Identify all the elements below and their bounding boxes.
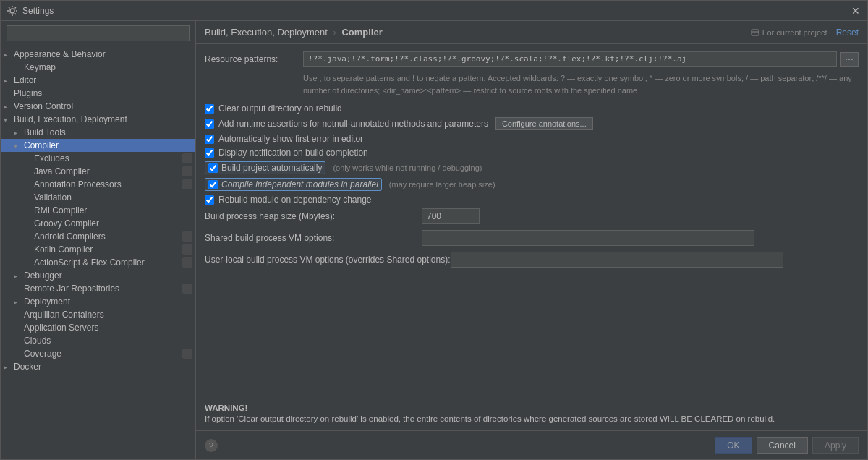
warning-box: WARNING! If option 'Clear output directo… xyxy=(196,396,867,430)
sidebar-item-actionscript-flex-compiler[interactable]: ActionScript & Flex Compiler xyxy=(1,256,195,269)
svg-point-0 xyxy=(10,9,14,13)
checkbox-clear-output[interactable] xyxy=(205,104,214,114)
checkbox-display-notification[interactable] xyxy=(205,148,214,158)
resource-label: Resource patterns: xyxy=(205,54,299,64)
sidebar-item-application-servers[interactable]: Application Servers xyxy=(1,321,195,334)
checkbox-rebuild-module[interactable] xyxy=(205,195,214,205)
search-input[interactable] xyxy=(7,25,190,41)
for-project-label: For current project xyxy=(751,28,827,37)
breadcrumb-prefix: Build, Execution, Deployment xyxy=(205,27,328,38)
field-label-heap-size: Build process heap size (Mbytes): xyxy=(205,211,422,221)
checkbox-note-build-project-auto: (only works while not running / debuggin… xyxy=(333,163,482,172)
resource-expand-button[interactable]: ⋯ xyxy=(840,52,859,67)
help-icon[interactable]: ? xyxy=(205,439,218,452)
project-icon xyxy=(751,28,760,37)
sidebar-item-label: Keymap xyxy=(24,62,192,72)
sidebar-item-version-control[interactable]: ▸Version Control xyxy=(1,100,195,113)
sidebar-item-label: Java Compiler xyxy=(34,166,179,176)
sidebar-item-annotation-processors[interactable]: Annotation Processors xyxy=(1,178,195,191)
sidebar-item-rmi-compiler[interactable]: RMI Compiler xyxy=(1,204,195,217)
checkbox-label-compile-independent: Compile independent modules in parallel xyxy=(221,179,378,189)
sidebar-item-label: Build, Execution, Deployment xyxy=(14,114,192,124)
sidebar-item-editor[interactable]: ▸Editor xyxy=(1,74,195,87)
sidebar-item-validation[interactable]: Validation xyxy=(1,191,195,204)
window-title: Settings xyxy=(22,6,850,16)
checkbox-note-compile-independent: (may require larger heap size) xyxy=(389,180,495,189)
arrow-icon: ▸ xyxy=(4,363,14,371)
warning-title: WARNING! xyxy=(205,404,859,412)
sidebar-tree: ▸Appearance & BehaviorKeymap▸EditorPlugi… xyxy=(1,46,195,459)
sidebar-item-label: Groovy Compiler xyxy=(34,218,192,229)
sidebar-item-label: Appearance & Behavior xyxy=(14,49,192,59)
field-input-heap-size[interactable] xyxy=(422,208,480,224)
cancel-button[interactable]: Cancel xyxy=(757,437,808,454)
config-icon xyxy=(182,179,192,189)
sidebar-item-clouds[interactable]: Clouds xyxy=(1,334,195,347)
sidebar-item-remote-jar-repositories[interactable]: Remote Jar Repositories xyxy=(1,282,195,295)
checkbox-show-first-error[interactable] xyxy=(205,135,214,144)
field-row-shared-vm: Shared build process VM options: xyxy=(205,230,859,246)
sidebar-item-plugins[interactable]: Plugins xyxy=(1,87,195,100)
checkbox-label-show-first-error: Automatically show first error in editor xyxy=(218,134,363,144)
sidebar-item-deployment[interactable]: ▸Deployment xyxy=(1,295,195,308)
title-bar: Settings ✕ xyxy=(1,1,867,21)
main-header: Build, Execution, Deployment › Compiler … xyxy=(196,21,867,44)
sidebar-item-excludes[interactable]: Excludes xyxy=(1,152,195,165)
arrow-icon: ▸ xyxy=(14,298,24,306)
sidebar-item-label: Remote Jar Repositories xyxy=(24,284,179,294)
ok-button[interactable]: OK xyxy=(715,437,752,454)
sidebar-item-arquillian-containers[interactable]: Arquillian Containers xyxy=(1,308,195,321)
sidebar-item-appearance-behavior[interactable]: ▸Appearance & Behavior xyxy=(1,48,195,61)
field-input-shared-vm[interactable] xyxy=(422,230,754,246)
config-icon xyxy=(182,166,192,176)
sidebar-item-compiler[interactable]: ▾Compiler xyxy=(1,139,195,152)
sidebar-item-groovy-compiler[interactable]: Groovy Compiler xyxy=(1,217,195,230)
checkbox-compile-independent[interactable] xyxy=(208,180,218,189)
sidebar-item-java-compiler[interactable]: Java Compiler xyxy=(1,165,195,178)
resource-input[interactable] xyxy=(303,51,837,67)
configure-annotations-button[interactable]: Configure annotations... xyxy=(495,117,593,130)
config-icon xyxy=(182,257,192,268)
sidebar-item-label: RMI Compiler xyxy=(34,205,192,216)
sidebar-item-coverage[interactable]: Coverage xyxy=(1,347,195,360)
config-icon xyxy=(182,284,192,294)
config-icon xyxy=(182,231,192,242)
sidebar-item-label: Version Control xyxy=(14,101,192,111)
sidebar-item-kotlin-compiler[interactable]: Kotlin Compiler xyxy=(1,243,195,256)
reset-button[interactable]: Reset xyxy=(836,27,859,38)
checkboxes-container: Clear output directory on rebuildAdd run… xyxy=(205,103,859,205)
arrow-icon: ▾ xyxy=(14,142,24,150)
sidebar-item-label: Validation xyxy=(34,192,192,203)
svg-rect-1 xyxy=(752,30,759,35)
header-right: For current project Reset xyxy=(751,27,859,38)
sidebar-item-label: Android Compilers xyxy=(34,231,179,242)
sidebar-item-build-execution-deployment[interactable]: ▾Build, Execution, Deployment xyxy=(1,113,195,126)
sidebar-item-label: Coverage xyxy=(24,349,179,359)
sidebar-item-label: Debugger xyxy=(24,271,192,281)
field-row-user-local-vm: User-local build process VM options (ove… xyxy=(205,252,859,268)
close-button[interactable]: ✕ xyxy=(850,5,861,17)
arrow-icon: ▸ xyxy=(4,103,14,111)
sidebar-item-label: Compiler xyxy=(24,140,192,150)
sidebar: ▸Appearance & BehaviorKeymap▸EditorPlugi… xyxy=(1,21,196,459)
sidebar-item-label: Editor xyxy=(14,75,192,85)
sidebar-item-docker[interactable]: ▸Docker xyxy=(1,360,195,373)
sidebar-item-debugger[interactable]: ▸Debugger xyxy=(1,269,195,282)
checkbox-row-add-runtime-assertions: Add runtime assertions for notnull-annot… xyxy=(205,117,859,130)
checkbox-row-rebuild-module: Rebuild module on dependency change xyxy=(205,195,859,205)
sidebar-item-label: Deployment xyxy=(24,297,192,307)
sidebar-item-build-tools[interactable]: ▸Build Tools xyxy=(1,126,195,139)
checkbox-build-project-auto[interactable] xyxy=(208,163,218,173)
sidebar-item-label: Excludes xyxy=(34,153,179,163)
sidebar-item-label: Kotlin Compiler xyxy=(34,244,179,255)
sidebar-item-label: Application Servers xyxy=(24,323,192,333)
warning-text: If option 'Clear output directory on reb… xyxy=(205,414,859,423)
field-input-user-local-vm[interactable] xyxy=(451,252,783,268)
apply-button[interactable]: Apply xyxy=(812,437,859,454)
arrow-icon: ▸ xyxy=(4,51,14,59)
checkbox-add-runtime-assertions[interactable] xyxy=(205,119,214,129)
breadcrumb-separator: › xyxy=(333,27,339,38)
sidebar-item-keymap[interactable]: Keymap xyxy=(1,61,195,74)
sidebar-item-android-compilers[interactable]: Android Compilers xyxy=(1,230,195,243)
arrow-icon: ▸ xyxy=(14,129,24,137)
